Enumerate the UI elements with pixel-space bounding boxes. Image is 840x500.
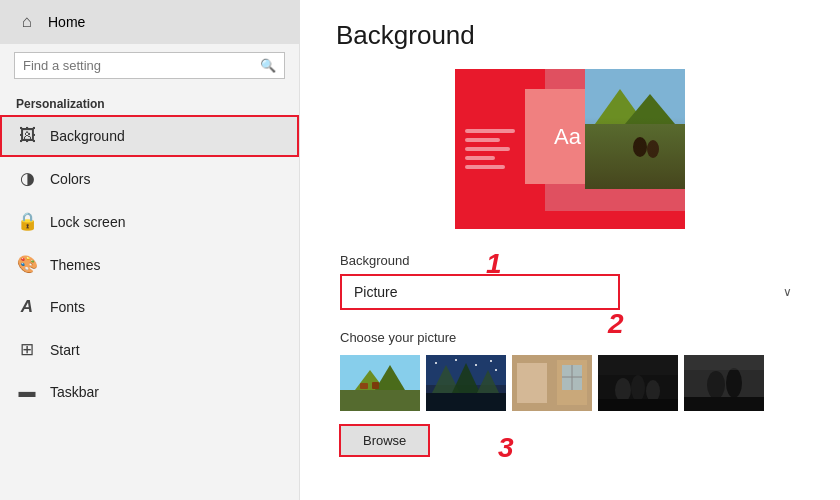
browse-button[interactable]: Browse <box>340 425 429 456</box>
svg-rect-36 <box>598 355 678 375</box>
choose-picture-label: Choose your picture <box>340 330 804 345</box>
sidebar-item-fonts[interactable]: A Fonts <box>0 286 299 328</box>
choose-picture-section: Choose your picture <box>340 330 804 456</box>
svg-rect-35 <box>598 399 678 411</box>
preview-aa-text: Aa <box>554 124 581 150</box>
background-icon: 🖼 <box>16 126 38 146</box>
sidebar-item-lockscreen-label: Lock screen <box>50 214 125 230</box>
svg-point-33 <box>631 375 645 401</box>
svg-rect-8 <box>340 390 420 411</box>
sidebar-item-taskbar-label: Taskbar <box>50 384 99 400</box>
sidebar-home-label: Home <box>48 14 85 30</box>
sidebar-item-colors[interactable]: ◑ Colors <box>0 157 299 200</box>
stripe-5 <box>465 165 505 169</box>
monitor-preview: Aa <box>455 69 685 229</box>
start-icon: ⊞ <box>16 339 38 360</box>
home-icon <box>16 12 38 32</box>
picture-thumb-3[interactable] <box>512 355 592 411</box>
svg-point-5 <box>633 137 647 157</box>
preview-area: Aa <box>336 69 804 229</box>
svg-point-20 <box>455 359 457 361</box>
themes-icon: 🎨 <box>16 254 38 275</box>
sidebar-item-lockscreen[interactable]: 🔒 Lock screen <box>0 200 299 243</box>
background-setting-section: Background Picture Solid color Slideshow… <box>340 253 804 310</box>
picture-thumb-1[interactable] <box>340 355 420 411</box>
svg-point-19 <box>435 362 437 364</box>
stripe-2 <box>465 138 500 142</box>
preview-bottom-bar <box>455 211 685 229</box>
background-setting-label: Background <box>340 253 804 268</box>
sidebar-item-themes-label: Themes <box>50 257 101 273</box>
preview-photo <box>585 69 685 189</box>
stripe-4 <box>465 156 495 160</box>
sidebar-item-colors-label: Colors <box>50 171 90 187</box>
picture-thumb-5[interactable] <box>684 355 764 411</box>
sidebar-item-fonts-label: Fonts <box>50 299 85 315</box>
colors-icon: ◑ <box>16 168 38 189</box>
sidebar-item-taskbar[interactable]: ▬ Taskbar <box>0 371 299 413</box>
page-title: Background <box>336 20 804 51</box>
svg-point-38 <box>707 371 725 399</box>
sidebar-item-themes[interactable]: 🎨 Themes <box>0 243 299 286</box>
fonts-icon: A <box>16 297 38 317</box>
sidebar-item-start[interactable]: ⊞ Start <box>0 328 299 371</box>
picture-thumb-4[interactable] <box>598 355 678 411</box>
stripe-1 <box>465 129 515 133</box>
svg-point-32 <box>615 378 631 402</box>
search-bar: 🔍 <box>14 52 285 79</box>
svg-rect-41 <box>684 355 764 370</box>
lockscreen-icon: 🔒 <box>16 211 38 232</box>
background-dropdown-wrapper: Picture Solid color Slideshow ∨ <box>340 274 804 310</box>
sidebar-home-item[interactable]: Home <box>0 0 299 44</box>
picture-grid <box>340 355 804 411</box>
background-dropdown[interactable]: Picture Solid color Slideshow <box>340 274 620 310</box>
sidebar: Home 🔍 Personalization 🖼 Background ◑ Co… <box>0 0 300 500</box>
monitor-inner: Aa <box>455 69 685 229</box>
picture-thumb-2[interactable] <box>426 355 506 411</box>
svg-point-23 <box>495 369 497 371</box>
svg-rect-1 <box>585 119 685 189</box>
dropdown-arrow-icon: ∨ <box>783 285 792 299</box>
svg-rect-12 <box>372 382 379 389</box>
svg-point-39 <box>726 368 742 398</box>
svg-point-6 <box>647 140 659 158</box>
svg-point-21 <box>475 364 477 366</box>
section-label: Personalization <box>0 87 299 115</box>
svg-rect-26 <box>517 363 547 403</box>
sidebar-item-start-label: Start <box>50 342 80 358</box>
search-input[interactable] <box>23 58 254 73</box>
taskbar-icon: ▬ <box>16 382 38 402</box>
svg-rect-11 <box>360 383 368 389</box>
svg-rect-40 <box>684 397 764 411</box>
main-content: Background Aa <box>300 0 840 500</box>
sidebar-item-background[interactable]: 🖼 Background <box>0 115 299 157</box>
stripe-3 <box>465 147 510 151</box>
search-icon-button[interactable]: 🔍 <box>260 58 276 73</box>
svg-rect-18 <box>426 393 506 411</box>
svg-point-22 <box>490 360 492 362</box>
sidebar-item-background-label: Background <box>50 128 125 144</box>
svg-point-34 <box>646 380 660 402</box>
